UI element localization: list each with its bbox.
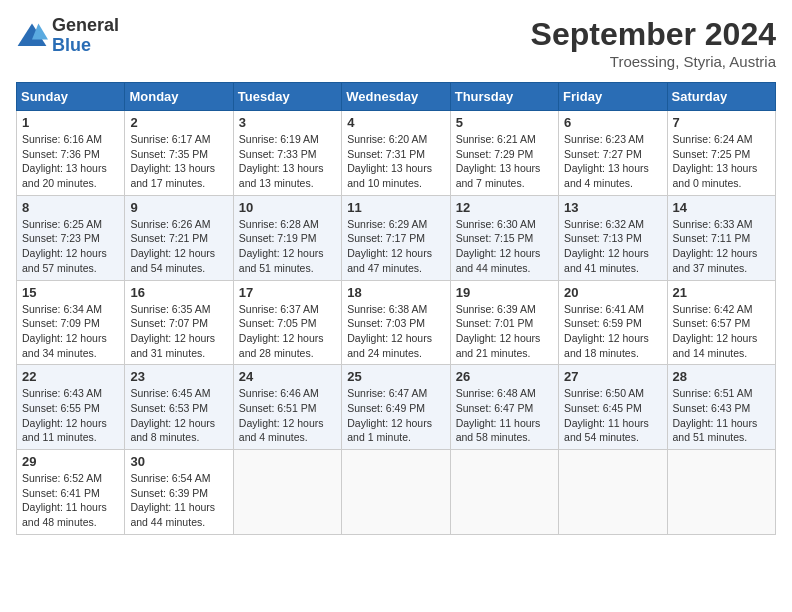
day-number: 19	[456, 285, 553, 300]
day-number: 5	[456, 115, 553, 130]
day-number: 8	[22, 200, 119, 215]
logo-general: General	[52, 15, 119, 35]
calendar-table: SundayMondayTuesdayWednesdayThursdayFrid…	[16, 82, 776, 535]
day-number: 29	[22, 454, 119, 469]
calendar-cell: 6Sunrise: 6:23 AMSunset: 7:27 PMDaylight…	[559, 111, 667, 196]
day-info: Sunrise: 6:37 AMSunset: 7:05 PMDaylight:…	[239, 302, 336, 361]
calendar-cell: 1Sunrise: 6:16 AMSunset: 7:36 PMDaylight…	[17, 111, 125, 196]
day-info: Sunrise: 6:47 AMSunset: 6:49 PMDaylight:…	[347, 386, 444, 445]
day-number: 10	[239, 200, 336, 215]
day-number: 13	[564, 200, 661, 215]
calendar-cell: 11Sunrise: 6:29 AMSunset: 7:17 PMDayligh…	[342, 195, 450, 280]
calendar-cell: 22Sunrise: 6:43 AMSunset: 6:55 PMDayligh…	[17, 365, 125, 450]
day-number: 11	[347, 200, 444, 215]
day-info: Sunrise: 6:46 AMSunset: 6:51 PMDaylight:…	[239, 386, 336, 445]
calendar-cell: 23Sunrise: 6:45 AMSunset: 6:53 PMDayligh…	[125, 365, 233, 450]
week-row-5: 29Sunrise: 6:52 AMSunset: 6:41 PMDayligh…	[17, 450, 776, 535]
day-number: 2	[130, 115, 227, 130]
day-info: Sunrise: 6:50 AMSunset: 6:45 PMDaylight:…	[564, 386, 661, 445]
day-number: 20	[564, 285, 661, 300]
day-info: Sunrise: 6:19 AMSunset: 7:33 PMDaylight:…	[239, 132, 336, 191]
calendar-cell: 30Sunrise: 6:54 AMSunset: 6:39 PMDayligh…	[125, 450, 233, 535]
day-number: 1	[22, 115, 119, 130]
day-number: 6	[564, 115, 661, 130]
day-number: 4	[347, 115, 444, 130]
day-number: 16	[130, 285, 227, 300]
day-info: Sunrise: 6:42 AMSunset: 6:57 PMDaylight:…	[673, 302, 770, 361]
calendar-cell: 5Sunrise: 6:21 AMSunset: 7:29 PMDaylight…	[450, 111, 558, 196]
day-number: 3	[239, 115, 336, 130]
week-row-4: 22Sunrise: 6:43 AMSunset: 6:55 PMDayligh…	[17, 365, 776, 450]
day-info: Sunrise: 6:41 AMSunset: 6:59 PMDaylight:…	[564, 302, 661, 361]
day-info: Sunrise: 6:32 AMSunset: 7:13 PMDaylight:…	[564, 217, 661, 276]
calendar-cell: 12Sunrise: 6:30 AMSunset: 7:15 PMDayligh…	[450, 195, 558, 280]
day-info: Sunrise: 6:39 AMSunset: 7:01 PMDaylight:…	[456, 302, 553, 361]
day-info: Sunrise: 6:43 AMSunset: 6:55 PMDaylight:…	[22, 386, 119, 445]
calendar-cell: 21Sunrise: 6:42 AMSunset: 6:57 PMDayligh…	[667, 280, 775, 365]
weekday-header-tuesday: Tuesday	[233, 83, 341, 111]
day-info: Sunrise: 6:34 AMSunset: 7:09 PMDaylight:…	[22, 302, 119, 361]
week-row-3: 15Sunrise: 6:34 AMSunset: 7:09 PMDayligh…	[17, 280, 776, 365]
day-number: 23	[130, 369, 227, 384]
day-number: 30	[130, 454, 227, 469]
title-area: September 2024 Troessing, Styria, Austri…	[531, 16, 776, 70]
day-number: 25	[347, 369, 444, 384]
calendar-cell	[667, 450, 775, 535]
weekday-header-thursday: Thursday	[450, 83, 558, 111]
day-info: Sunrise: 6:54 AMSunset: 6:39 PMDaylight:…	[130, 471, 227, 530]
calendar-cell	[450, 450, 558, 535]
day-number: 12	[456, 200, 553, 215]
logo: General Blue	[16, 16, 119, 56]
calendar-cell: 25Sunrise: 6:47 AMSunset: 6:49 PMDayligh…	[342, 365, 450, 450]
day-number: 17	[239, 285, 336, 300]
weekday-header-saturday: Saturday	[667, 83, 775, 111]
calendar-cell: 27Sunrise: 6:50 AMSunset: 6:45 PMDayligh…	[559, 365, 667, 450]
calendar-cell: 29Sunrise: 6:52 AMSunset: 6:41 PMDayligh…	[17, 450, 125, 535]
calendar-cell: 17Sunrise: 6:37 AMSunset: 7:05 PMDayligh…	[233, 280, 341, 365]
calendar-cell: 8Sunrise: 6:25 AMSunset: 7:23 PMDaylight…	[17, 195, 125, 280]
calendar-cell: 9Sunrise: 6:26 AMSunset: 7:21 PMDaylight…	[125, 195, 233, 280]
calendar-cell: 13Sunrise: 6:32 AMSunset: 7:13 PMDayligh…	[559, 195, 667, 280]
day-info: Sunrise: 6:26 AMSunset: 7:21 PMDaylight:…	[130, 217, 227, 276]
day-info: Sunrise: 6:52 AMSunset: 6:41 PMDaylight:…	[22, 471, 119, 530]
calendar-cell	[559, 450, 667, 535]
calendar-cell: 24Sunrise: 6:46 AMSunset: 6:51 PMDayligh…	[233, 365, 341, 450]
weekday-header-wednesday: Wednesday	[342, 83, 450, 111]
day-info: Sunrise: 6:38 AMSunset: 7:03 PMDaylight:…	[347, 302, 444, 361]
day-info: Sunrise: 6:45 AMSunset: 6:53 PMDaylight:…	[130, 386, 227, 445]
calendar-cell: 16Sunrise: 6:35 AMSunset: 7:07 PMDayligh…	[125, 280, 233, 365]
month-title: September 2024	[531, 16, 776, 53]
day-info: Sunrise: 6:33 AMSunset: 7:11 PMDaylight:…	[673, 217, 770, 276]
day-number: 21	[673, 285, 770, 300]
day-number: 24	[239, 369, 336, 384]
weekday-header-sunday: Sunday	[17, 83, 125, 111]
page-header: General Blue September 2024 Troessing, S…	[16, 16, 776, 70]
week-row-1: 1Sunrise: 6:16 AMSunset: 7:36 PMDaylight…	[17, 111, 776, 196]
calendar-cell	[233, 450, 341, 535]
day-info: Sunrise: 6:16 AMSunset: 7:36 PMDaylight:…	[22, 132, 119, 191]
calendar-cell: 28Sunrise: 6:51 AMSunset: 6:43 PMDayligh…	[667, 365, 775, 450]
day-info: Sunrise: 6:24 AMSunset: 7:25 PMDaylight:…	[673, 132, 770, 191]
day-info: Sunrise: 6:29 AMSunset: 7:17 PMDaylight:…	[347, 217, 444, 276]
logo-icon	[16, 22, 48, 50]
calendar-cell: 15Sunrise: 6:34 AMSunset: 7:09 PMDayligh…	[17, 280, 125, 365]
calendar-cell: 26Sunrise: 6:48 AMSunset: 6:47 PMDayligh…	[450, 365, 558, 450]
day-info: Sunrise: 6:21 AMSunset: 7:29 PMDaylight:…	[456, 132, 553, 191]
day-info: Sunrise: 6:20 AMSunset: 7:31 PMDaylight:…	[347, 132, 444, 191]
weekday-header-monday: Monday	[125, 83, 233, 111]
day-number: 9	[130, 200, 227, 215]
week-row-2: 8Sunrise: 6:25 AMSunset: 7:23 PMDaylight…	[17, 195, 776, 280]
day-number: 27	[564, 369, 661, 384]
weekday-header-friday: Friday	[559, 83, 667, 111]
calendar-cell: 19Sunrise: 6:39 AMSunset: 7:01 PMDayligh…	[450, 280, 558, 365]
calendar-cell: 20Sunrise: 6:41 AMSunset: 6:59 PMDayligh…	[559, 280, 667, 365]
logo-text: General Blue	[52, 16, 119, 56]
day-info: Sunrise: 6:51 AMSunset: 6:43 PMDaylight:…	[673, 386, 770, 445]
day-number: 7	[673, 115, 770, 130]
logo-blue: Blue	[52, 35, 91, 55]
day-number: 15	[22, 285, 119, 300]
day-info: Sunrise: 6:25 AMSunset: 7:23 PMDaylight:…	[22, 217, 119, 276]
calendar-cell	[342, 450, 450, 535]
weekday-row: SundayMondayTuesdayWednesdayThursdayFrid…	[17, 83, 776, 111]
calendar-cell: 14Sunrise: 6:33 AMSunset: 7:11 PMDayligh…	[667, 195, 775, 280]
